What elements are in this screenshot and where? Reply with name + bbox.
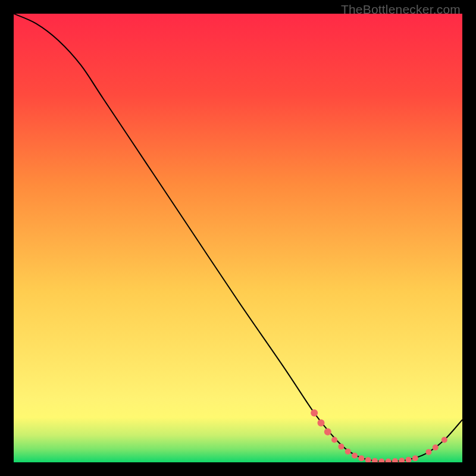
data-point-marker (311, 409, 318, 416)
data-point-marker (441, 437, 447, 443)
data-point-marker (345, 449, 351, 455)
data-point-marker (425, 449, 431, 455)
watermark-label: TheBottlenecker.com (341, 2, 461, 17)
data-point-marker (412, 455, 418, 461)
bottleneck-curve-chart (14, 14, 462, 462)
data-point-marker (358, 455, 364, 461)
chart-stage: TheBottlenecker.com (0, 0, 476, 476)
data-point-marker (317, 419, 324, 427)
data-point-marker (324, 428, 331, 436)
data-point-marker (338, 444, 344, 450)
data-point-marker (433, 444, 439, 450)
chart-background-gradient (14, 14, 462, 462)
data-point-marker (331, 437, 337, 443)
data-point-marker (352, 453, 358, 459)
